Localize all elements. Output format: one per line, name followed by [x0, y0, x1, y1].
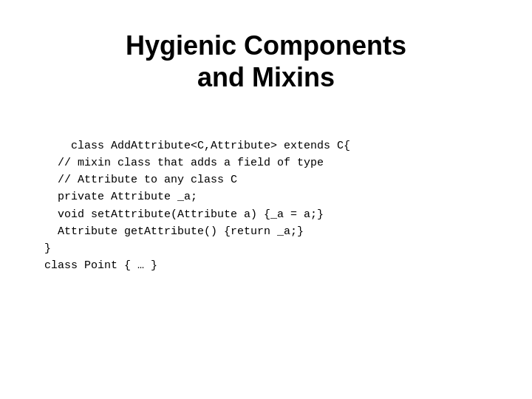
code-line-6: Attribute getAttribute() {return _a;}	[44, 225, 304, 238]
slide-title: Hygienic Components and Mixins	[126, 30, 406, 93]
code-line-1: class AddAttribute<C,Attribute> extends …	[71, 140, 350, 152]
code-line-8: class Point { … }	[44, 259, 157, 272]
title-line2: and Mixins	[197, 62, 335, 92]
title-line1: Hygienic Components	[126, 30, 406, 61]
code-line-4: private Attribute _a;	[44, 191, 197, 203]
code-line-3: // Attribute to any class C	[44, 174, 237, 186]
code-block: class AddAttribute<C,Attribute> extends …	[44, 120, 488, 292]
code-line-2: // mixin class that adds a field of type	[44, 157, 324, 169]
slide: Hygienic Components and Mixins class Add…	[0, 0, 532, 399]
code-line-7: }	[44, 242, 51, 255]
code-line-5: void setAttribute(Attribute a) {_a = a;}	[44, 208, 324, 221]
